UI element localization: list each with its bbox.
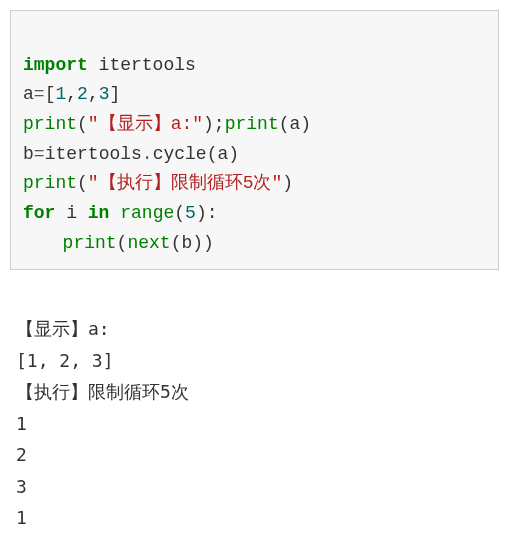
paren-close: ) <box>196 203 207 223</box>
paren-close: ) <box>300 114 311 134</box>
var-b: b <box>23 144 34 164</box>
var-i: i <box>55 203 87 223</box>
fn-print: print <box>23 173 77 193</box>
arg-a: a <box>290 114 301 134</box>
bracket-close: ] <box>110 84 121 104</box>
keyword-import: import <box>23 55 88 75</box>
paren-close: ) <box>228 144 239 164</box>
paren-open: ( <box>174 203 185 223</box>
paren-open: ( <box>207 144 218 164</box>
output-line: 【执行】限制循环5次 <box>16 381 189 402</box>
code-line-6: for i in range(5): <box>23 203 218 223</box>
module-itertools: itertools <box>45 144 142 164</box>
paren-close: ) <box>203 233 214 253</box>
code-line-3: print("【显示】a:");print(a) <box>23 114 311 134</box>
paren-open: ( <box>77 114 88 134</box>
op-dot: . <box>142 144 153 164</box>
var-a: a <box>23 84 34 104</box>
fn-cycle: cycle <box>153 144 207 164</box>
output-line: [1, 2, 3] <box>16 350 114 371</box>
output-line: 2 <box>16 539 27 544</box>
comma: , <box>88 84 99 104</box>
semicolon: ; <box>214 114 225 134</box>
paren-open: ( <box>171 233 182 253</box>
keyword-for: for <box>23 203 55 223</box>
code-line-4: b=itertools.cycle(a) <box>23 144 239 164</box>
output-block: 【显示】a: [1, 2, 3] 【执行】限制循环5次 1 2 3 1 2 <box>10 280 499 544</box>
comma: , <box>66 84 77 104</box>
num-1: 1 <box>55 84 66 104</box>
output-line: 3 <box>16 476 27 497</box>
paren-close: ) <box>203 114 214 134</box>
num-3: 3 <box>99 84 110 104</box>
code-line-1: import itertools <box>23 55 196 75</box>
space <box>109 203 120 223</box>
paren-open: ( <box>117 233 128 253</box>
code-line-2: a=[1,2,3] <box>23 84 120 104</box>
fn-print: print <box>63 233 117 253</box>
fn-next: next <box>127 233 170 253</box>
fn-print: print <box>225 114 279 134</box>
output-line: 1 <box>16 507 27 528</box>
module-name: itertools <box>88 55 196 75</box>
paren-close: ) <box>192 233 203 253</box>
string-limit-loop: "【执行】限制循环5次" <box>88 173 282 193</box>
colon: : <box>207 203 218 223</box>
code-line-5: print("【执行】限制循环5次") <box>23 173 293 193</box>
num-2: 2 <box>77 84 88 104</box>
string-display-a: "【显示】a:" <box>88 114 203 134</box>
fn-print: print <box>23 114 77 134</box>
op-eq: = <box>34 84 45 104</box>
code-block: import itertools a=[1,2,3] print("【显示】a:… <box>10 10 499 270</box>
paren-close: ) <box>282 173 293 193</box>
paren-open: ( <box>279 114 290 134</box>
bracket-open: [ <box>45 84 56 104</box>
num-5: 5 <box>185 203 196 223</box>
keyword-in: in <box>88 203 110 223</box>
output-line: 2 <box>16 444 27 465</box>
arg-a: a <box>217 144 228 164</box>
output-line: 1 <box>16 413 27 434</box>
output-line: 【显示】a: <box>16 318 110 339</box>
code-line-7: print(next(b)) <box>23 233 214 253</box>
paren-open: ( <box>77 173 88 193</box>
fn-range: range <box>120 203 174 223</box>
op-eq: = <box>34 144 45 164</box>
arg-b: b <box>181 233 192 253</box>
